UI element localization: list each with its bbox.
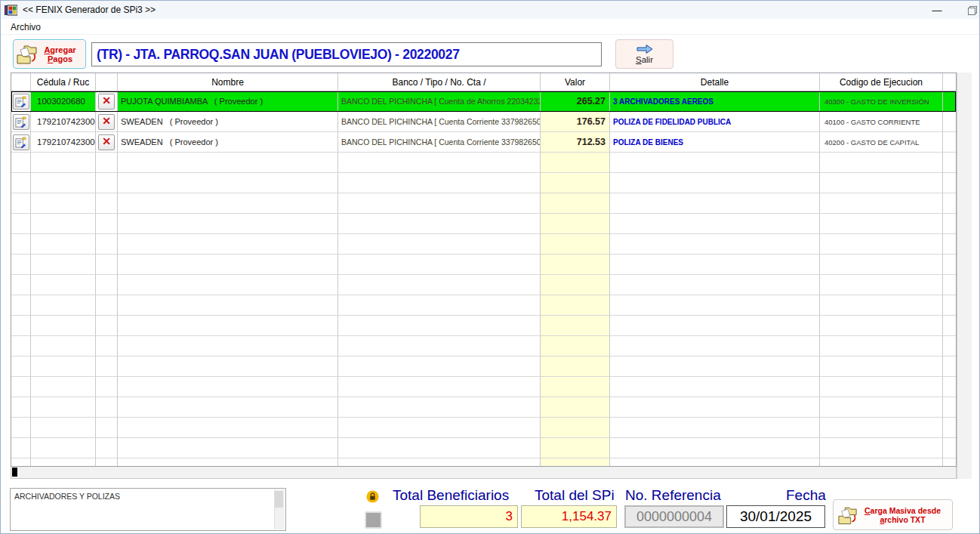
total-spi-value: 1,154.37 (521, 505, 617, 528)
edit-row-button[interactable] (13, 134, 29, 150)
app-icon (5, 4, 17, 17)
empty-row (11, 438, 956, 458)
agregar-pagos-label: Agregar Pagos (38, 45, 82, 63)
empty-row (11, 397, 956, 418)
menu-bar: Archivo (1, 19, 979, 35)
cell-valor: 265.27 (541, 91, 610, 112)
table-row[interactable]: 1792107423001 ✕ SWEADEN ( Proveedor ) BA… (11, 112, 956, 132)
cell-valor: 712.53 (541, 132, 610, 153)
total-beneficiarios-label: Total Beneficiarios (393, 487, 509, 504)
table-row[interactable]: 1003020680 ✕ PUJOTA QUIMBIAMBA ( Proveed… (11, 91, 956, 112)
delete-row-button[interactable]: ✕ (98, 134, 115, 150)
edit-form-icon (15, 96, 26, 107)
no-referencia-field: 0000000004 (624, 505, 724, 528)
empty-row (11, 255, 956, 275)
horizontal-scrollbar[interactable] (11, 467, 957, 479)
add-payments-folder-icon (17, 44, 38, 64)
menu-archivo[interactable]: Archivo (8, 21, 44, 33)
comments-text: ARCHIVADORES Y POLIZAS (14, 492, 120, 501)
edit-form-icon (15, 116, 26, 128)
edit-row-button[interactable] (13, 114, 29, 130)
status-square[interactable] (365, 511, 382, 529)
table-header-row: Cédula / Ruc Nombre Banco / Tipo / No. C… (11, 73, 956, 91)
minimize-button[interactable]: — (920, 1, 954, 19)
beneficiary-input[interactable] (91, 42, 602, 66)
empty-row (11, 316, 956, 336)
agregar-pagos-button[interactable]: Agregar Pagos (13, 39, 86, 69)
header-detalle: Detalle (610, 73, 820, 91)
cell-codigo: 40200 - GASTO DE CAPITAL (820, 132, 943, 153)
no-referencia-label: No. Referencia (625, 487, 721, 504)
cell-detalle: POLIZA DE FIDELIDAD PUBLICA (610, 112, 820, 132)
restore-button[interactable] (955, 1, 980, 19)
comments-scrollbar[interactable] (274, 489, 285, 529)
cell-cedula: 1792107423001 (31, 132, 96, 153)
header-codigo: Codigo de Ejecucion (820, 73, 943, 91)
fecha-field[interactable]: 30/01/2025 (726, 505, 825, 528)
app-window: << FENIX Generador de SPi3 >> — Archivo … (0, 0, 980, 534)
lock-icon (366, 490, 379, 503)
cell-nombre: PUJOTA QUIMBIAMBA ( Proveedor ) (118, 91, 338, 112)
salir-button[interactable]: Salir (615, 39, 673, 69)
cell-banco: BANCO DEL PICHINCHA [ Cuenta Corriente 3… (338, 112, 541, 132)
empty-row (11, 214, 956, 234)
cell-banco: BANCO DEL PICHINCHA [ Cuenta Corriente 3… (338, 132, 541, 153)
comments-textarea[interactable]: ARCHIVADORES Y POLIZAS (10, 488, 286, 531)
delete-row-button[interactable]: ✕ (98, 114, 115, 130)
edit-row-button[interactable] (13, 94, 29, 110)
cell-nombre: SWEADEN ( Proveedor ) (118, 112, 338, 132)
empty-row (11, 295, 956, 316)
cell-detalle: 3 ARCHIVADORES AEREOS (610, 91, 820, 112)
total-beneficiarios-value: 3 (420, 505, 518, 528)
cell-cedula: 1792107423001 (31, 112, 96, 132)
header-valor: Valor (541, 73, 610, 91)
empty-row (11, 336, 956, 357)
header-edit-col (11, 73, 31, 91)
bulk-load-folder-icon (838, 505, 858, 525)
payments-table: Cédula / Ruc Nombre Banco / Tipo / No. C… (11, 73, 957, 467)
exit-arrow-icon (636, 44, 654, 54)
title-bar: << FENIX Generador de SPi3 >> — (1, 1, 979, 19)
carga-masiva-label: Carga Masiva desde archivo TXT (858, 506, 948, 524)
empty-row (11, 173, 956, 193)
empty-row (11, 418, 956, 438)
empty-row (11, 377, 956, 397)
header-filler (943, 73, 956, 91)
empty-row (11, 193, 956, 214)
empty-row (11, 153, 956, 173)
cell-cedula: 1003020680 (31, 91, 96, 112)
total-spi-label: Total del SPi (535, 487, 615, 504)
empty-row (11, 234, 956, 255)
edit-form-icon (15, 137, 26, 148)
fecha-label: Fecha (786, 487, 826, 504)
cell-banco: BANCO DEL PICHINCHA [ Cuenta de Ahorros … (338, 91, 541, 112)
salir-label: Salir (636, 55, 653, 64)
header-delete-col (96, 73, 118, 91)
empty-row (11, 458, 956, 467)
table-row[interactable]: 1792107423001 ✕ SWEADEN ( Proveedor ) BA… (11, 132, 956, 153)
vertical-scrollbar[interactable] (957, 73, 972, 479)
horizontal-scrollbar-thumb[interactable] (12, 468, 17, 477)
cell-nombre: SWEADEN ( Proveedor ) (118, 132, 338, 153)
delete-row-button[interactable]: ✕ (98, 94, 115, 110)
cell-detalle: POLIZA DE BIENES (610, 132, 820, 153)
cell-codigo: 40300 - GASTO DE INVERSIÓN (820, 91, 943, 112)
header-nombre: Nombre (118, 73, 338, 91)
cell-valor: 176.57 (541, 112, 610, 132)
header-cedula: Cédula / Ruc (31, 73, 96, 91)
cell-codigo: 40100 - GASTO CORRIENTE (820, 112, 943, 132)
window-title: << FENIX Generador de SPi3 >> (23, 5, 156, 15)
carga-masiva-button[interactable]: Carga Masiva desde archivo TXT (833, 499, 953, 530)
empty-row (11, 275, 956, 295)
empty-row (11, 357, 956, 377)
restore-icon (968, 6, 975, 14)
header-banco: Banco / Tipo / No. Cta / (338, 73, 541, 91)
